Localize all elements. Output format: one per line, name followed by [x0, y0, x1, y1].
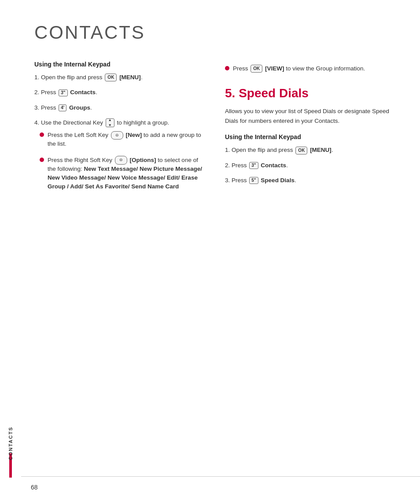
step-1-text: [MENU]. — [119, 74, 143, 81]
num3-key-icon-sd: 3" — [249, 162, 258, 169]
page-title: CONTACTS — [34, 22, 398, 43]
steps-list: 1. Open the flip and press OK [MENU]. 2.… — [34, 73, 207, 191]
speed-dials-description: Allows you to view your list of Speed Di… — [225, 107, 398, 125]
step-1-num: 1. Open the flip and press — [34, 74, 104, 81]
sub-bullets: Press the Left Soft Key ⊖ [New] to add a… — [40, 131, 207, 191]
sd-step-1-text: 1. Open the flip and press — [225, 147, 295, 153]
num5-key-icon-sd: 5" — [249, 177, 258, 184]
left-section-heading: Using the Internal Keypad — [34, 61, 207, 68]
step-3-text: 3. Press — [34, 104, 58, 111]
ok-key-icon-sd1: OK — [295, 147, 307, 155]
bullet-1-text: Press the Left Soft Key ⊖ [New] to add a… — [48, 131, 207, 149]
sd-step-2-bold: Contacts. — [261, 162, 288, 169]
sidebar: CONTACTS — [0, 0, 21, 504]
step-4-text: 4. Use the Directional Key — [34, 119, 105, 126]
speed-dials-heading-text: 5. Speed Dials — [225, 86, 309, 100]
main-content: CONTACTS Using the Internal Keypad 1. Op… — [21, 0, 420, 504]
sd-step-2-text: 2. Press — [225, 162, 248, 169]
bullet-1: Press the Left Soft Key ⊖ [New] to add a… — [40, 131, 207, 149]
sd-step-3-bold: Speed Dials. — [261, 177, 296, 184]
sd-step-1-end: [MENU]. — [310, 147, 333, 153]
right-soft-key-icon: ⊖ — [115, 156, 127, 165]
right-column: Press OK [VIEW] to view the Group inform… — [225, 61, 398, 199]
speed-dials-section: 5. Speed Dials Allows you to view your l… — [225, 86, 398, 185]
sd-step-1: 1. Open the flip and press OK [MENU]. — [225, 146, 398, 155]
step-2-bold: Contacts. — [70, 89, 97, 96]
bottom-divider — [21, 476, 420, 477]
speed-dials-steps: 1. Open the flip and press OK [MENU]. 2.… — [225, 146, 398, 185]
page: CONTACTS CONTACTS Using the Internal Key… — [0, 0, 420, 504]
two-column-layout: Using the Internal Keypad 1. Open the fl… — [34, 61, 398, 199]
sd-step-3: 3. Press 5" Speed Dials. — [225, 176, 398, 185]
bullet-dot-2 — [40, 158, 44, 162]
step-3-bold: Groups. — [69, 104, 92, 111]
ok-key-icon-right: OK — [251, 65, 262, 73]
step-2: 2. Press 3" Contacts. — [34, 88, 207, 97]
left-soft-key-icon: ⊖ — [111, 131, 123, 140]
right-bullet-dot-1 — [225, 66, 229, 70]
bullet-2: Press the Right Soft Key ⊖ [Options] to … — [40, 156, 207, 191]
step-2-text: 2. Press — [34, 89, 58, 96]
sidebar-label: CONTACTS — [8, 427, 13, 460]
sd-step-2: 2. Press 3" Contacts. — [225, 161, 398, 170]
step-4: 4. Use the Directional Key ▲▼ to highlig… — [34, 118, 207, 191]
step-4-end: to highlight a group. — [117, 119, 169, 126]
sd-step-3-text: 3. Press — [225, 177, 248, 184]
dir-key-icon: ▲▼ — [106, 118, 114, 127]
right-bullet-1: Press OK [VIEW] to view the Group inform… — [225, 64, 398, 73]
ok-key-icon-1: OK — [105, 74, 117, 81]
bullet-2-text: Press the Right Soft Key ⊖ [Options] to … — [48, 156, 207, 191]
speed-dials-heading: 5. Speed Dials — [225, 86, 398, 100]
page-number: 68 — [31, 484, 38, 491]
right-top-bullet-list: Press OK [VIEW] to view the Group inform… — [225, 64, 398, 73]
left-column: Using the Internal Keypad 1. Open the fl… — [34, 61, 207, 199]
speed-dials-internal-keypad-heading: Using the Internal Keypad — [225, 133, 398, 140]
right-bullet-1-text: Press OK [VIEW] to view the Group inform… — [233, 64, 365, 73]
step-3: 3. Press 4' Groups. — [34, 103, 207, 112]
num4-key-icon: 4' — [59, 104, 66, 111]
step-1: 1. Open the flip and press OK [MENU]. — [34, 73, 207, 82]
num3-key-icon: 3" — [59, 89, 67, 96]
bullet-dot-1 — [40, 132, 44, 137]
